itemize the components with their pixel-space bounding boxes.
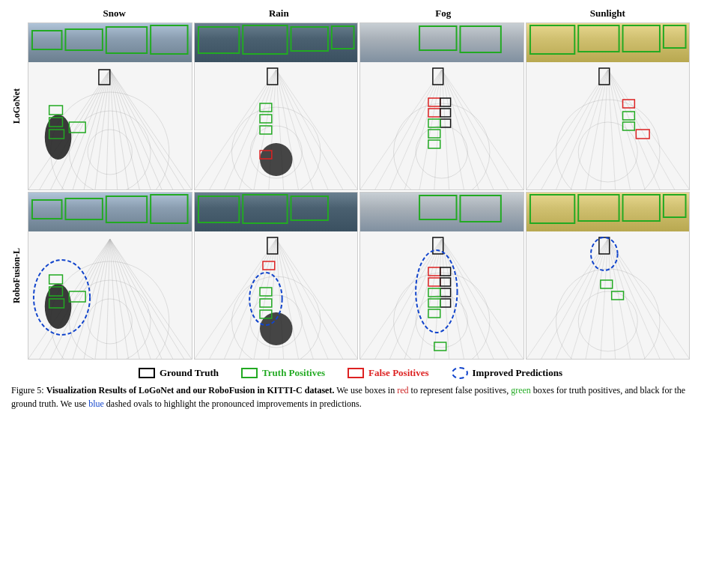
col-header-fog: Fog <box>361 7 526 19</box>
svg-point-21 <box>69 111 151 190</box>
svg-rect-49 <box>260 103 272 112</box>
svg-rect-72 <box>440 98 451 106</box>
svg-line-144 <box>276 239 357 359</box>
svg-line-65 <box>442 70 509 190</box>
svg-line-5 <box>40 70 110 190</box>
legend-label-false-positives: False Positives <box>368 367 429 379</box>
svg-line-63 <box>442 70 479 190</box>
svg-point-129 <box>34 260 90 335</box>
svg-rect-24 <box>49 106 63 115</box>
svg-line-105 <box>28 239 110 359</box>
svg-line-15 <box>110 70 151 190</box>
svg-line-163 <box>442 239 464 359</box>
svg-line-138 <box>268 239 276 359</box>
caption-red-text: red <box>397 385 408 395</box>
svg-line-194 <box>607 239 644 359</box>
svg-line-88 <box>607 70 615 190</box>
svg-line-108 <box>61 239 109 359</box>
cell-robofusion-snow <box>28 192 192 360</box>
svg-line-55 <box>360 70 442 190</box>
legend-label-truth-positives: Truth Positives <box>262 367 325 379</box>
svg-rect-99 <box>622 112 634 120</box>
svg-rect-126 <box>49 287 63 296</box>
caption-bold-text: Visualization Results of LoGoNet and our… <box>46 385 335 395</box>
svg-line-133 <box>195 239 276 359</box>
svg-line-91 <box>607 70 659 190</box>
caption-text4: dashed ovals to highlight the pronounced… <box>104 398 362 409</box>
svg-line-107 <box>51 239 110 359</box>
svg-line-111 <box>95 239 110 359</box>
svg-line-114 <box>110 239 129 359</box>
svg-rect-181 <box>434 342 446 351</box>
svg-rect-25 <box>49 118 63 127</box>
svg-line-42 <box>276 70 327 190</box>
svg-line-166 <box>442 239 509 359</box>
svg-rect-171 <box>428 267 440 276</box>
svg-rect-77 <box>428 140 440 148</box>
svg-rect-149 <box>260 288 272 296</box>
svg-rect-174 <box>440 278 451 286</box>
svg-point-201 <box>591 237 618 270</box>
svg-point-152 <box>249 273 282 325</box>
svg-line-10 <box>95 70 110 190</box>
cell-robofusion-fog <box>359 192 524 360</box>
svg-line-135 <box>224 239 276 359</box>
svg-rect-48 <box>267 68 277 85</box>
svg-line-106 <box>40 239 110 359</box>
svg-line-86 <box>586 70 608 190</box>
row-label-logonet: LoGoNet <box>11 88 25 124</box>
svg-rect-98 <box>636 130 649 139</box>
svg-line-139 <box>276 239 283 359</box>
svg-line-196 <box>607 239 674 359</box>
figure-caption: Figure 5: Visualization Results of LoGoN… <box>11 384 690 410</box>
svg-line-13 <box>110 70 129 190</box>
logonet-grid <box>28 22 690 190</box>
svg-rect-150 <box>260 299 272 307</box>
svg-rect-172 <box>428 278 440 286</box>
svg-line-34 <box>209 70 276 190</box>
svg-rect-28 <box>99 70 110 85</box>
svg-line-118 <box>110 239 173 359</box>
svg-line-116 <box>110 239 151 359</box>
svg-rect-125 <box>49 275 63 284</box>
svg-line-197 <box>607 239 689 359</box>
svg-line-19 <box>110 70 192 190</box>
svg-line-188 <box>556 239 607 359</box>
svg-rect-170 <box>433 237 443 254</box>
svg-point-168 <box>416 295 467 348</box>
svg-line-57 <box>390 70 442 190</box>
svg-line-89 <box>607 70 630 190</box>
grid-with-labels: LoGoNet <box>11 22 690 361</box>
svg-line-161 <box>434 239 442 359</box>
legend: Ground Truth Truth Positives False Posit… <box>11 367 690 379</box>
svg-point-146 <box>231 276 321 359</box>
svg-line-59 <box>419 70 442 190</box>
svg-line-44 <box>276 70 357 190</box>
svg-line-11 <box>106 70 110 190</box>
svg-line-186 <box>526 239 608 359</box>
svg-line-60 <box>434 70 442 190</box>
svg-rect-127 <box>49 299 64 308</box>
svg-line-158 <box>390 239 442 359</box>
caption-green-text: green <box>511 385 531 395</box>
svg-rect-177 <box>428 288 440 297</box>
svg-point-147 <box>260 312 293 345</box>
svg-line-38 <box>268 70 276 190</box>
svg-rect-70 <box>428 98 440 106</box>
svg-rect-51 <box>260 126 272 134</box>
svg-line-8 <box>73 70 109 190</box>
svg-point-22 <box>51 92 169 190</box>
svg-rect-151 <box>260 310 272 318</box>
svg-point-95 <box>556 100 659 190</box>
svg-line-140 <box>276 239 298 359</box>
svg-line-7 <box>61 70 109 190</box>
svg-line-66 <box>442 70 524 190</box>
svg-point-94 <box>578 122 637 182</box>
svg-line-17 <box>110 70 173 190</box>
svg-line-157 <box>375 239 442 359</box>
logonet-section: LoGoNet <box>11 22 690 190</box>
svg-line-192 <box>607 239 615 359</box>
svg-point-199 <box>556 269 659 359</box>
cell-logonet-snow <box>28 22 192 190</box>
svg-line-36 <box>239 70 276 190</box>
